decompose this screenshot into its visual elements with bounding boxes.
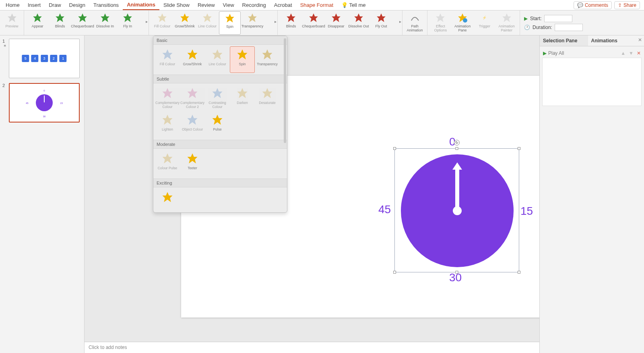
gallery-exciting-item[interactable] bbox=[155, 189, 180, 213]
gallery-spin[interactable]: Spin bbox=[230, 46, 255, 73]
gallery-line-colour[interactable]: Line Colour bbox=[205, 46, 230, 73]
tab-animations[interactable]: Animations bbox=[123, 0, 159, 10]
resize-handle[interactable] bbox=[393, 271, 396, 274]
tab-view[interactable]: View bbox=[219, 0, 238, 10]
label: Complementary Colour 2 bbox=[180, 101, 204, 109]
tile: 4 bbox=[31, 55, 39, 62]
gallery-darken[interactable]: Darken bbox=[230, 85, 255, 112]
resize-handle[interactable] bbox=[518, 271, 520, 274]
notes-pane[interactable]: Click to add notes bbox=[85, 342, 539, 353]
tab-draw[interactable]: Draw bbox=[45, 0, 65, 10]
tab-shape-format[interactable]: Shape Format bbox=[296, 0, 337, 10]
exit-fly-out[interactable]: Fly Out bbox=[370, 11, 392, 35]
exit-blinds[interactable]: Blinds bbox=[280, 11, 302, 35]
animation-pane-button[interactable]: Animation Pane bbox=[452, 11, 473, 35]
gallery-grow-shrink[interactable]: Grow/Shrink bbox=[180, 46, 205, 73]
tab-review[interactable]: Review bbox=[194, 0, 219, 10]
entrance-appear[interactable]: Appear bbox=[27, 11, 48, 35]
gallery-scrollbar[interactable] bbox=[284, 38, 286, 143]
resize-handle[interactable] bbox=[518, 147, 520, 150]
gallery-complementary-colour[interactable]: Complementary Colour bbox=[155, 85, 180, 112]
gallery-desaturate[interactable]: Desaturate bbox=[255, 85, 280, 112]
duration-input[interactable] bbox=[555, 24, 583, 31]
thumbnail-slide-1[interactable]: 5 4 3 2 1 bbox=[9, 39, 80, 78]
emphasis-gallery-dropdown: Basic Fill Colour Grow/Shrink Line Colou… bbox=[153, 35, 287, 213]
label: Animation Pane bbox=[452, 24, 473, 32]
rotate-handle[interactable]: ↻ bbox=[454, 140, 460, 145]
animation-list[interactable] bbox=[542, 58, 642, 106]
lightbulb-icon: 💡 bbox=[341, 2, 348, 8]
gallery-fill-colour[interactable]: Fill Colour bbox=[155, 46, 180, 73]
emphasis-more-icon[interactable]: ▸ bbox=[275, 19, 277, 24]
gallery-contrasting-colour[interactable]: Contrasting Colour bbox=[205, 85, 230, 112]
exit-disappear[interactable]: Disappear bbox=[325, 11, 347, 35]
gallery-complementary-colour-2[interactable]: Complementary Colour 2 bbox=[180, 85, 205, 112]
label: Fill Colour bbox=[160, 62, 175, 66]
selection-pane-tab[interactable]: Selection Pane bbox=[540, 35, 588, 46]
label: Line Colour bbox=[208, 62, 226, 66]
label: Fly In bbox=[123, 24, 132, 28]
svg-marker-15 bbox=[377, 13, 386, 22]
emphasis-spin[interactable]: Spin bbox=[219, 11, 241, 35]
tab-transitions[interactable]: Transitions bbox=[89, 0, 123, 10]
svg-marker-6 bbox=[158, 13, 167, 22]
label: Transparency bbox=[242, 24, 264, 28]
tab-design[interactable]: Design bbox=[65, 0, 89, 10]
move-up-icon[interactable]: ▲ bbox=[621, 50, 625, 56]
selected-shape[interactable]: ↻ bbox=[394, 148, 519, 272]
exit-more-icon[interactable]: ▸ bbox=[399, 19, 401, 24]
entrance-dissolve-in[interactable]: Dissolve In bbox=[94, 11, 116, 35]
gallery-object-colour[interactable]: Object Colour bbox=[180, 112, 205, 138]
effect-options-button[interactable]: Effect Options bbox=[430, 11, 451, 35]
path-animation-button[interactable]: Path Animation bbox=[405, 11, 425, 35]
tab-acrobat[interactable]: Acrobat bbox=[270, 0, 296, 10]
share-button[interactable]: ⇪ Share bbox=[614, 1, 640, 9]
tile: 5 bbox=[22, 55, 29, 62]
comments-button[interactable]: 💬 Comments bbox=[574, 1, 612, 9]
emphasis-fill-colour[interactable]: Fill Colour bbox=[151, 11, 173, 35]
exit-dissolve-out[interactable]: Dissolve Out bbox=[348, 11, 369, 35]
entrance-blinds[interactable]: Blinds bbox=[49, 11, 71, 35]
entrance-more-icon[interactable]: ▸ bbox=[146, 19, 148, 24]
start-label: Start: bbox=[530, 16, 542, 21]
animation-painter-button[interactable]: Animation Painter bbox=[496, 11, 517, 35]
entrance-chequerboard[interactable]: Chequerboard bbox=[72, 11, 93, 35]
label: Chequerboard bbox=[71, 24, 94, 28]
delete-icon[interactable]: ✕ bbox=[637, 50, 641, 56]
tab-slideshow[interactable]: Slide Show bbox=[159, 0, 194, 10]
move-down-icon[interactable]: ▼ bbox=[629, 50, 634, 56]
emphasis-transparency[interactable]: Transparency bbox=[242, 11, 263, 35]
exit-chequerboard[interactable]: Chequerboard bbox=[303, 11, 324, 35]
comment-icon: 💬 bbox=[577, 2, 583, 8]
tab-tellme[interactable]: 💡 Tell me bbox=[337, 0, 370, 10]
svg-marker-35 bbox=[163, 192, 173, 202]
tab-home[interactable]: Home bbox=[2, 0, 24, 10]
close-pane-icon[interactable]: ✕ bbox=[636, 35, 644, 46]
label: Grow/Shrink bbox=[175, 24, 195, 28]
canvas[interactable]: 0 15 30 45 ↻ Basic Fil bbox=[85, 35, 539, 353]
svg-marker-7 bbox=[180, 13, 189, 22]
animations-pane-tab[interactable]: Animations bbox=[588, 35, 636, 46]
preview-button[interactable]: Preview bbox=[2, 11, 21, 35]
resize-handle[interactable] bbox=[456, 147, 458, 150]
gallery-pulse[interactable]: Pulse bbox=[205, 112, 230, 138]
emphasis-grow-shrink[interactable]: Grow/Shrink bbox=[174, 11, 196, 35]
emphasis-line-colour[interactable]: Line Colour bbox=[196, 11, 218, 35]
clock-circle[interactable] bbox=[401, 154, 514, 267]
play-all-button[interactable]: Play All bbox=[548, 50, 564, 56]
thumbnail-slide-2[interactable]: 0 15 30 45 bbox=[9, 83, 80, 123]
tab-recording[interactable]: Recording bbox=[238, 0, 270, 10]
gallery-lighten[interactable]: Lighten bbox=[155, 112, 180, 138]
tab-insert[interactable]: Insert bbox=[24, 0, 45, 10]
gallery-teeter[interactable]: Teeter bbox=[180, 150, 205, 177]
play-icon: ▶ bbox=[543, 50, 547, 56]
resize-handle[interactable] bbox=[456, 271, 458, 274]
start-input[interactable] bbox=[544, 15, 572, 22]
clock-icon: 🕐 bbox=[524, 25, 530, 30]
gallery-transparency[interactable]: Transparency bbox=[255, 46, 280, 73]
entrance-fly-in[interactable]: Fly In bbox=[117, 11, 138, 35]
svg-marker-23 bbox=[237, 50, 248, 60]
resize-handle[interactable] bbox=[393, 147, 396, 150]
trigger-button[interactable]: ⚡Trigger bbox=[474, 11, 495, 35]
gallery-colour-pulse[interactable]: Colour Pulse bbox=[155, 150, 180, 177]
